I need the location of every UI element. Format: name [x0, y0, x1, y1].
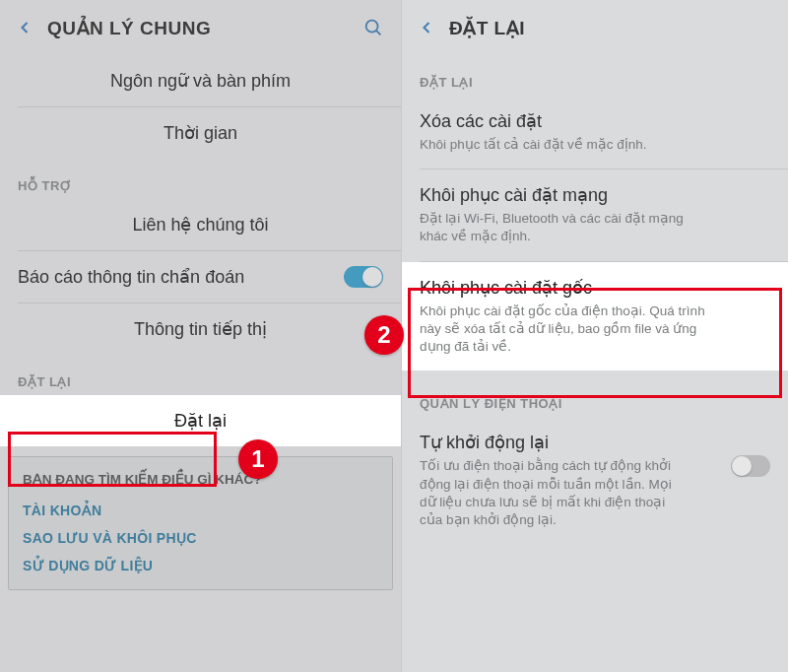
section-header-reset: ĐẶT LẠI: [0, 355, 401, 395]
step-badge-2: 2: [364, 315, 404, 355]
header-title: QUẢN LÝ CHUNG: [47, 17, 348, 39]
card-link-backup-restore[interactable]: SAO LƯU VÀ KHÔI PHỤC: [23, 524, 378, 552]
row-label: Tự khởi động lại: [420, 433, 549, 452]
svg-point-0: [366, 21, 378, 33]
search-button[interactable]: [354, 8, 393, 47]
row-sub: Khôi phục cài đặt gốc của điện thoại. Qu…: [420, 302, 715, 357]
row-time[interactable]: Thời gian: [0, 107, 401, 159]
row-reset[interactable]: Đặt lại: [0, 395, 401, 446]
row-reset-settings[interactable]: Xóa các cài đặt Khôi phục tất cả cài đặt…: [402, 96, 788, 168]
card-link-data-usage[interactable]: SỬ DỤNG DỮ LIỆU: [23, 552, 378, 579]
search-icon: [362, 17, 384, 38]
header-bar: ĐẶT LẠI: [402, 0, 788, 55]
row-label: Ngôn ngữ và bàn phím: [110, 70, 291, 92]
row-sub: Khôi phục tất cả cài đặt về mặc định.: [420, 136, 715, 154]
general-management-screen: QUẢN LÝ CHUNG Ngôn ngữ và bàn phím Thời …: [0, 0, 402, 672]
row-reset-network[interactable]: Khôi phục cài đặt mạng Đặt lại Wi-Fi, Bl…: [402, 169, 788, 260]
row-label: Báo cáo thông tin chẩn đoán: [18, 266, 244, 288]
chevron-left-icon: [417, 18, 436, 37]
row-contact-us[interactable]: Liên hệ chúng tôi: [0, 199, 401, 250]
toggle-knob: [732, 456, 752, 476]
row-label: Xóa các cài đặt: [420, 110, 770, 132]
row-auto-restart[interactable]: Tự khởi động lại Tối ưu điện thoại bằng …: [402, 417, 788, 544]
row-label: Liên hệ chúng tôi: [132, 214, 268, 235]
section-header-reset: ĐẶT LẠI: [402, 55, 788, 96]
step-badge-1: 1: [238, 439, 278, 479]
back-button[interactable]: [410, 11, 443, 44]
reset-screen: ĐẶT LẠI ĐẶT LẠI Xóa các cài đặt Khôi phụ…: [402, 0, 788, 672]
settings-list: Ngôn ngữ và bàn phím Thời gian HỖ TRỢ Li…: [0, 55, 401, 590]
chevron-left-icon: [15, 18, 34, 37]
toggle-auto-restart[interactable]: [731, 455, 770, 477]
section-header-phone-management: QUẢN LÝ ĐIỆN THOẠI: [402, 370, 788, 417]
header-bar: QUẢN LÝ CHUNG: [0, 0, 401, 55]
row-label: Đặt lại: [174, 410, 227, 432]
row-label: Khôi phục cài đặt mạng: [420, 184, 770, 206]
header-title: ĐẶT LẠI: [449, 17, 780, 39]
row-factory-reset[interactable]: Khôi phục cài đặt gốc Khôi phục cài đặt …: [402, 262, 788, 371]
row-label: Khôi phục cài đặt gốc: [420, 277, 770, 299]
toggle-knob: [362, 267, 382, 287]
svg-line-1: [376, 31, 380, 34]
text-column: Tự khởi động lại Tối ưu điện thoại bằng …: [420, 432, 731, 529]
row-language-keyboard[interactable]: Ngôn ngữ và bàn phím: [0, 55, 401, 106]
row-label: Thông tin tiếp thị: [134, 318, 267, 340]
toggle-diagnostic[interactable]: [344, 266, 383, 288]
row-marketing-info[interactable]: Thông tin tiếp thị: [0, 303, 401, 355]
section-header-support: HỖ TRỢ: [0, 159, 401, 199]
looking-for-card: BẠN ĐANG TÌM KIẾM ĐIỀU GÌ KHÁC? TÀI KHOẢ…: [8, 456, 393, 590]
card-link-accounts[interactable]: TÀI KHOẢN: [23, 497, 378, 524]
back-button[interactable]: [8, 11, 41, 44]
row-label: Thời gian: [164, 122, 237, 144]
card-header: BẠN ĐANG TÌM KIẾM ĐIỀU GÌ KHÁC?: [23, 471, 378, 487]
row-sub: Tối ưu điện thoại bằng cách tự động khởi…: [420, 457, 676, 529]
row-sub: Đặt lại Wi-Fi, Bluetooth và các cài đặt …: [420, 210, 715, 245]
row-diagnostic-report[interactable]: Báo cáo thông tin chẩn đoán: [0, 251, 401, 302]
